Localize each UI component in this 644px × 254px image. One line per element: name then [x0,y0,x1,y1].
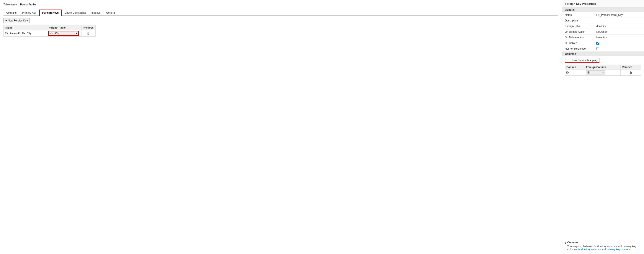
info-icon: ℹ [565,241,566,245]
not-for-replication-checkbox[interactable] [596,47,599,50]
delete-fk-icon[interactable]: 🗑 [87,32,90,35]
table-name-label: Table name [4,3,17,6]
prop-is-enabled-label: Is Enabled [565,42,596,45]
foreign-key-table: Name Foreign Table Remove FK_PersonProfi… [4,25,96,37]
is-enabled-checkbox[interactable] [596,42,599,45]
delete-col-mapping-icon[interactable]: 🗑 [629,71,632,74]
plus-icon: + [6,19,7,22]
table-name-input[interactable] [19,2,53,7]
prop-on-delete-value: No Action [596,36,641,39]
prop-not-for-replication-label: Not For Replication [565,47,596,50]
info-link-pk[interactable]: primary key columns [606,248,630,251]
prop-foreign-table-row: Foreign Table dbo.City [562,24,644,29]
prop-description-input[interactable] [596,19,641,22]
info-description: The mapping between foreign key columns … [567,245,641,251]
prop-not-for-replication-row: Not For Replication [562,46,644,52]
fk-row-name: FK_PersonProfile_City [4,30,47,37]
col-header-foreign-column: Foreign Column [584,65,620,70]
prop-description-label: Description [565,19,596,22]
col-mapping-remove-cell[interactable]: 🗑 [620,70,641,76]
new-fk-label: New Foreign Key [8,19,28,22]
tabs-row: Columns Primary Key Foreign Keys Check C… [4,10,558,16]
tab-foreign-keys[interactable]: Foreign Keys [39,10,62,16]
tab-columns[interactable]: Columns [4,10,19,16]
foreign-table-select[interactable]: dbo.City [48,31,79,36]
plus-icon-col: + [567,59,568,62]
prop-description-row: Description [562,18,644,24]
fk-remove-cell[interactable]: 🗑 [82,30,96,37]
prop-is-enabled-row: Is Enabled [562,40,644,46]
prop-on-update-row: On Update Action No Action [562,29,644,35]
info-title: Columns [567,241,641,244]
columns-section-header: Columns [562,52,644,56]
prop-foreign-table-value: dbo.City [596,25,641,28]
col-mapping-column: ID [565,70,585,76]
col-header-column: Column [565,65,585,70]
fk-name-header: Name [4,25,47,30]
prop-name-label: Name [565,14,596,16]
new-col-mapping-label: + New Column Mapping [570,59,597,62]
prop-on-delete-row: On Delete Action No Action [562,35,644,40]
tab-primary-key[interactable]: Primary Key [19,10,39,16]
fk-remove-header: Remove [82,25,96,30]
prop-name-row: Name FK_PersonProfile_City [562,12,644,18]
tab-general[interactable]: General [104,10,118,16]
prop-on-update-label: On Update Action [565,30,596,34]
prop-on-delete-label: On Delete Action [565,36,596,39]
column-mapping-table: Column Foreign Column Remove ID ID [565,64,641,76]
prop-foreign-table-label: Foreign Table [565,25,596,28]
prop-name-value: FK_PersonProfile_City [596,14,641,16]
fk-foreign-table-header: Foreign Table [47,25,82,30]
col-header-remove: Remove [620,65,641,70]
fk-row-foreign-table[interactable]: dbo.City [47,30,82,37]
new-foreign-key-button[interactable]: + New Foreign Key [4,18,30,23]
foreign-column-select[interactable]: ID [586,70,606,75]
table-row: FK_PersonProfile_City dbo.City 🗑 [4,30,96,37]
tab-check-constraints[interactable]: Check Constraints [62,10,89,16]
panel-title: Foreign Key Properties [562,0,644,7]
general-section-header: General [562,7,644,12]
right-panel: Foreign Key Properties General Name FK_P… [562,0,644,254]
col-mapping-foreign-column-cell[interactable]: ID [584,70,620,76]
info-section: ℹ Columns The mapping between foreign ke… [562,238,644,254]
table-row: ID ID 🗑 [565,70,641,76]
prop-on-update-value: No Action [596,30,641,34]
new-column-mapping-button[interactable]: + + New Column Mapping [565,58,599,63]
column-mapping-section: + + New Column Mapping Column Foreign Co… [562,56,644,76]
info-link-fk[interactable]: foreign key columns [578,248,601,251]
tab-indexes[interactable]: Indexes [89,10,104,16]
